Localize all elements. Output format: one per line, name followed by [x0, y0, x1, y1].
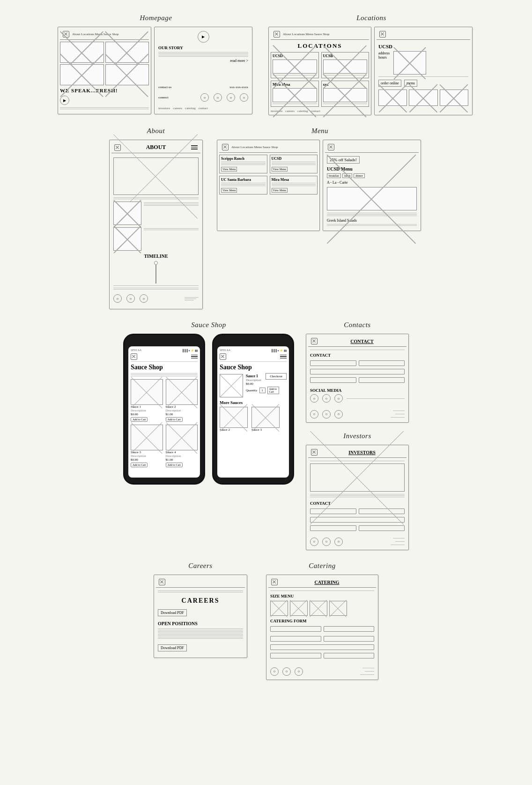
play-button[interactable]: ▶ [60, 96, 69, 105]
timeline-item-1 [113, 284, 199, 287]
loc-card-ucsb[interactable]: UCSB [321, 52, 369, 78]
read-more-link[interactable]: read more > [158, 59, 248, 63]
ucsb-view-menu[interactable]: View Menu [221, 188, 237, 193]
social-icon-4[interactable]: ○ [240, 93, 248, 102]
video-play-btn[interactable]: ▶ [198, 31, 209, 43]
scripps-view-menu[interactable]: View Menu [221, 167, 237, 172]
contact-field-2[interactable] [359, 360, 405, 366]
footer-icon-1[interactable]: ○ [310, 410, 318, 419]
cat-footer-icon-3[interactable]: ○ [295, 667, 303, 676]
cat-footer-icon-2[interactable]: ○ [282, 667, 291, 676]
menu-tabs: breakfast lunch dinner [327, 173, 417, 178]
about-nav-logo[interactable] [114, 144, 121, 151]
cat-footer-icon-1[interactable]: ○ [270, 667, 279, 676]
browse-nav-x[interactable] [131, 353, 137, 360]
menu-left-panel: About Locations Menu Sauce Shop Scripps … [217, 140, 320, 231]
sauce-name-2: Sauce 2 [166, 405, 198, 409]
sauce-price-3: $0.00 [131, 458, 163, 462]
contacts-social-2[interactable]: ○ [322, 394, 331, 403]
catering-field-2[interactable] [324, 626, 375, 632]
cart-hamburger[interactable] [280, 355, 287, 359]
catering-field-3[interactable] [270, 636, 321, 642]
add-to-cart-1[interactable]: Add to Cart [131, 417, 148, 422]
inv-footer-icon-3[interactable]: ○ [334, 538, 343, 546]
browse-hamburger[interactable] [191, 355, 198, 359]
loc-card-ucsd[interactable]: UCSD [271, 52, 319, 78]
about-hamburger-menu[interactable] [191, 145, 198, 150]
about-social-2[interactable]: ○ [126, 294, 135, 303]
menu-right-logo[interactable] [328, 144, 334, 150]
inv-footer-icon-2[interactable]: ○ [322, 538, 331, 546]
footer-icon-2[interactable]: ○ [322, 410, 331, 419]
size-thumb-4 [329, 601, 347, 616]
loc-right-logo[interactable] [379, 31, 386, 37]
sauce-product-2: Sauce 2 Description $1.00 Add to Cart [166, 379, 198, 422]
footer-line-2 [395, 414, 405, 414]
footer-link-investors[interactable]: investors [158, 106, 170, 110]
investors-line-4 [310, 497, 405, 497]
loc-footer-catering[interactable]: catering [297, 109, 308, 113]
about-social-3[interactable]: ○ [140, 294, 148, 303]
menu-loc-ucsb[interactable]: UC Santa Barbara View Menu [219, 176, 267, 194]
footer-link-careers[interactable]: careers [173, 106, 182, 110]
loc-footer-careers[interactable]: careers [285, 109, 295, 113]
deco-line-2 [60, 109, 149, 109]
qty-stepper[interactable]: 1 [259, 388, 266, 393]
add-to-cart-3[interactable]: Add to Cart [131, 463, 148, 467]
investors-big-img [310, 464, 405, 492]
menu-nav-logo[interactable] [222, 144, 229, 150]
footer-icon-3[interactable]: ○ [334, 410, 343, 419]
contact-field-5[interactable] [359, 377, 405, 383]
inv-field-4[interactable] [310, 525, 356, 531]
download-pdf-btn-2[interactable]: Download PDF [158, 644, 187, 651]
catering-field-6[interactable] [270, 653, 321, 658]
inv-field-1[interactable] [310, 508, 356, 514]
sauce-product-4: Sauce 4 Description $1.00 Add to Cart [166, 425, 198, 467]
investors-nav-logo[interactable] [311, 449, 318, 456]
inv-footer-icon-1[interactable]: ○ [310, 538, 318, 546]
menu-loc-scripps[interactable]: Scripps Ranch View Menu [219, 155, 267, 173]
contacts-social-3[interactable]: ○ [334, 394, 343, 403]
loc-nav-logo[interactable] [273, 31, 280, 37]
about-img-2 [113, 202, 141, 225]
mira-view-menu[interactable]: View Menu [272, 188, 288, 193]
catering-field-1[interactable] [270, 626, 321, 632]
add-to-cart-cart[interactable]: Add to Cart [267, 387, 279, 394]
order-online-btn[interactable]: order online [378, 80, 401, 87]
menu-right-nav [325, 142, 419, 153]
catering-field-4[interactable] [324, 636, 375, 642]
tab-dinner[interactable]: dinner [354, 173, 364, 178]
social-icon-3[interactable]: ○ [227, 93, 235, 102]
footer-link-contact[interactable]: contact [199, 106, 208, 110]
catering-field-7[interactable] [324, 653, 375, 658]
add-to-cart-4[interactable]: Add to Cart [166, 463, 183, 467]
inv-field-5[interactable] [359, 525, 405, 531]
menu-loc-ucsd[interactable]: UCSD View Menu [270, 155, 318, 173]
investors-nav: INVESTORS [308, 447, 406, 458]
timeline-line-1 [155, 265, 156, 284]
contact-field-4[interactable] [310, 377, 356, 383]
contacts-social-1[interactable]: ○ [310, 394, 318, 403]
add-to-cart-2[interactable]: Add to Cart [166, 417, 183, 422]
catering-field-5[interactable] [270, 644, 374, 650]
ucsb-menu-hours [221, 184, 266, 185]
careers-nav-logo[interactable] [159, 579, 165, 585]
social-icon-2[interactable]: ○ [214, 93, 222, 102]
contact-field-1[interactable] [310, 360, 356, 366]
social-media-label: SOCIAL MEDIA [310, 388, 405, 393]
tab-breakfast[interactable]: breakfast [327, 173, 341, 178]
contacts-footer: ○ ○ ○ [310, 410, 405, 419]
inv-field-2[interactable] [359, 508, 405, 514]
ucsb-menu-addr [221, 183, 266, 183]
social-icon-1[interactable]: ○ [200, 93, 209, 102]
footer-link-catering[interactable]: catering [185, 106, 196, 110]
download-pdf-btn-1[interactable]: Download PDF [158, 609, 187, 616]
inv-field-3[interactable] [310, 517, 405, 523]
cart-nav-x[interactable] [220, 353, 226, 360]
menu-loc-mira[interactable]: Mira Mesa View Menu [270, 176, 318, 194]
contact-field-3[interactable] [310, 369, 405, 374]
ucsd-view-menu[interactable]: View Menu [272, 167, 288, 172]
about-social-1[interactable]: ○ [113, 294, 122, 303]
contacts-nav-logo[interactable] [311, 338, 318, 344]
catering-nav-logo[interactable] [271, 579, 278, 585]
